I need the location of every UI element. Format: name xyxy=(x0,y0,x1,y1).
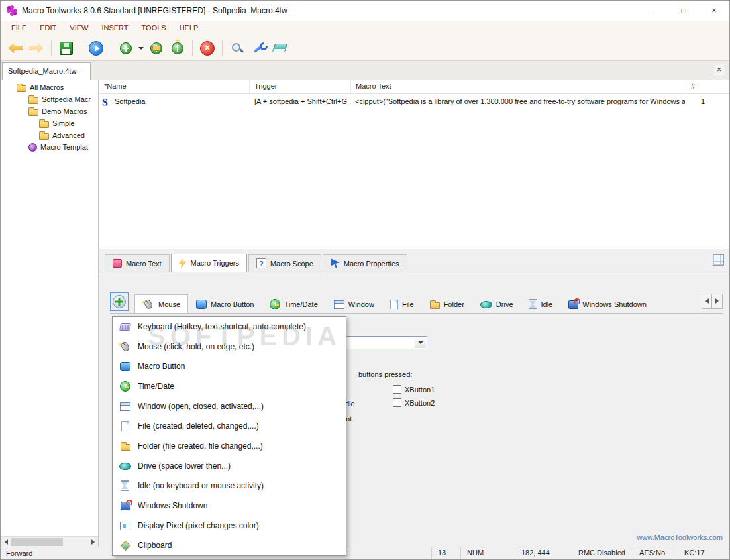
file-tab-strip: Softpedia_Macro.4tw × xyxy=(1,61,729,80)
scroll-tabs-left-button[interactable] xyxy=(702,294,712,309)
file-tab[interactable]: Softpedia_Macro.4tw xyxy=(2,62,91,80)
scroll-right-button[interactable] xyxy=(87,537,98,547)
menu-item-keyboard[interactable]: Keyboard (Hotkey, text shortcut, auto-co… xyxy=(113,317,346,337)
tab-close-button[interactable]: × xyxy=(713,64,725,76)
trigger-tab-label: Folder xyxy=(444,300,464,308)
scroll-tabs-right-button[interactable] xyxy=(712,294,723,309)
menu-item-window[interactable]: Window (open, closed, activated,...) xyxy=(113,396,346,416)
trigger-tab-time-date[interactable]: Time/Date xyxy=(262,294,325,313)
tree-item-demo-macros[interactable]: Demo Macros xyxy=(1,105,98,117)
column-header-trigger[interactable]: Trigger xyxy=(250,80,351,94)
macrotoolworks-link[interactable]: www.MacroToolworks.com xyxy=(637,533,723,541)
menu-view[interactable]: VIEW xyxy=(63,21,95,36)
menu-item-windows-shutdown[interactable]: Windows Shutdown xyxy=(113,496,346,516)
menu-edit[interactable]: EDIT xyxy=(33,21,63,36)
trigger-tab-window[interactable]: Window xyxy=(326,294,382,313)
stop-icon xyxy=(200,41,215,56)
find-button[interactable] xyxy=(227,38,247,58)
macro-tree: All Macros Softpedia Macr Demo Macros Si… xyxy=(1,80,99,547)
clear-button[interactable] xyxy=(270,38,289,58)
tabs-underline xyxy=(99,272,729,272)
save-button[interactable] xyxy=(56,38,76,58)
tab-macro-triggers[interactable]: Macro Triggers xyxy=(171,254,247,272)
menu-item-folder[interactable]: Folder (file created, file changed,...) xyxy=(113,436,346,456)
menu-item-label: Keyboard (Hotkey, text shortcut, auto-co… xyxy=(138,322,306,331)
toolbar-separator xyxy=(192,40,193,56)
dropdown-arrow-box[interactable] xyxy=(415,337,426,348)
maximize-button[interactable]: □ xyxy=(668,1,699,21)
trigger-tab-label: Mouse xyxy=(158,300,180,308)
scroll-left-button[interactable] xyxy=(1,537,11,547)
menu-insert[interactable]: INSERT xyxy=(95,21,134,36)
new-macro-button[interactable] xyxy=(116,38,136,58)
keyboard-icon xyxy=(113,323,138,331)
tree-item-advanced[interactable]: Advanced xyxy=(1,129,98,141)
menu-item-file[interactable]: File (created, deleted, changed,...) xyxy=(113,416,346,436)
checkbox-xbutton2[interactable] xyxy=(393,398,401,407)
trigger-tab-idle[interactable]: Idle xyxy=(521,294,561,313)
trigger-tab-macro-button[interactable]: Macro Button xyxy=(188,294,262,313)
tree-horizontal-scrollbar[interactable] xyxy=(1,536,98,547)
trigger-tab-drive[interactable]: Drive xyxy=(472,294,521,313)
column-header-macro-text[interactable]: Macro Text xyxy=(351,80,686,94)
stop-button[interactable] xyxy=(197,38,217,58)
minimize-button[interactable]: ─ xyxy=(638,1,668,21)
menu-file[interactable]: FILE xyxy=(5,21,33,36)
scrollbar-thumb[interactable] xyxy=(11,538,63,546)
column-header-number[interactable]: # xyxy=(686,80,729,94)
mouse-icon xyxy=(142,298,154,310)
run-macro-button[interactable] xyxy=(86,38,106,58)
menu-item-time-date[interactable]: Time/Date xyxy=(113,376,346,396)
menu-item-mouse[interactable]: Mouse (click, hold, on edge, etc.) xyxy=(113,337,346,357)
detail-tabs: Macro Text Macro Triggers Macro Scope Ma… xyxy=(105,254,707,272)
menu-item-label: Folder (file created, file changed,...) xyxy=(138,441,263,451)
trigger-tab-windows-shutdown[interactable]: Windows Shutdown xyxy=(560,294,654,313)
checkbox-xbutton1[interactable] xyxy=(393,385,401,394)
menu-item-clipboard[interactable]: Clipboard xyxy=(113,535,346,555)
menu-item-label: Macro Button xyxy=(138,362,185,371)
run-icon xyxy=(89,41,103,56)
trigger-tab-file[interactable]: File xyxy=(382,294,422,313)
new-macro-in-group-button[interactable] xyxy=(146,38,166,58)
trigger-type-bar: Mouse Macro Button Time/Date Window File… xyxy=(110,291,723,314)
tab-macro-scope[interactable]: Macro Scope xyxy=(248,254,321,272)
tools-button[interactable] xyxy=(248,38,268,58)
tree-item-macro-templates[interactable]: Macro Templat xyxy=(1,141,98,153)
menu-help[interactable]: HELP xyxy=(173,21,205,36)
menu-item-macro-button[interactable]: Macro Button xyxy=(113,357,346,376)
forward-button[interactable] xyxy=(26,38,46,58)
menu-bar: FILE EDIT VIEW INSERT TOOLS HELP xyxy=(1,21,729,36)
covered-label-fragment-2: nt xyxy=(346,415,352,423)
shutdown-icon xyxy=(113,502,138,510)
trigger-tab-folder[interactable]: Folder xyxy=(422,294,472,313)
macro-button-icon xyxy=(196,300,207,309)
menu-tools[interactable]: TOOLS xyxy=(135,21,173,36)
shutdown-icon xyxy=(568,300,578,309)
trigger-tab-label: File xyxy=(402,300,414,308)
right-arrow-icon xyxy=(91,539,95,545)
menu-item-display-pixel[interactable]: Display Pixel (pixel changes color) xyxy=(113,516,346,535)
table-row[interactable]: Softpedia [A + softpedia + Shift+Ctrl+G … xyxy=(99,95,729,108)
tree-item-simple[interactable]: Simple xyxy=(1,117,98,129)
column-header-name[interactable]: *Name xyxy=(99,80,250,94)
left-arrow-icon xyxy=(705,298,709,304)
macro-number-cell: 1 xyxy=(701,95,727,108)
tree-item-label: Advanced xyxy=(52,131,85,139)
new-group-button[interactable] xyxy=(168,38,187,58)
tree-item-softpedia-macros[interactable]: Softpedia Macr xyxy=(1,93,98,105)
tree-item-all-macros[interactable]: All Macros xyxy=(1,82,98,93)
tab-macro-properties[interactable]: Macro Properties xyxy=(323,254,407,272)
tab-label: Macro Triggers xyxy=(191,259,239,267)
add-trigger-button[interactable] xyxy=(110,292,129,311)
panel-layout-button[interactable] xyxy=(713,254,724,266)
tab-label: Macro Text xyxy=(126,260,162,268)
file-icon xyxy=(390,300,398,309)
toolbar-separator xyxy=(222,40,223,56)
close-button[interactable]: × xyxy=(699,1,729,21)
menu-item-drive[interactable]: Drive (space lower then...) xyxy=(113,456,346,476)
new-macro-dropdown-button[interactable] xyxy=(136,38,146,58)
menu-item-idle[interactable]: Idle (no keyboard or mouse activity) xyxy=(113,476,346,496)
back-button[interactable] xyxy=(5,38,25,58)
trigger-tab-mouse[interactable]: Mouse xyxy=(134,294,188,313)
tab-macro-text[interactable]: Macro Text xyxy=(105,254,170,272)
